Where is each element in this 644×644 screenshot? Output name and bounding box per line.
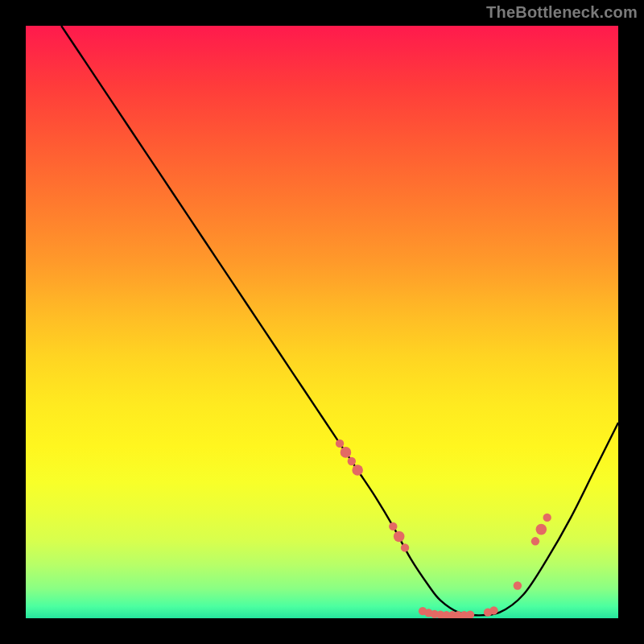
watermark-text: TheBottleneck.com: [486, 3, 638, 22]
chart-overlay-svg: [26, 26, 618, 618]
bottleneck-marker: [389, 522, 397, 530]
bottleneck-marker: [336, 440, 344, 448]
chart-frame: TheBottleneck.com: [0, 0, 644, 644]
bottleneck-marker: [401, 543, 409, 551]
bottleneck-marker: [531, 537, 539, 545]
bottleneck-marker: [466, 610, 474, 618]
bottleneck-marker: [543, 514, 551, 522]
bottleneck-marker: [536, 524, 547, 535]
bottleneck-marker: [348, 457, 356, 465]
bottleneck-curve: [61, 26, 618, 615]
bottleneck-marker: [489, 606, 497, 614]
bottleneck-marker: [352, 464, 363, 476]
bottleneck-markers-group: [336, 440, 551, 618]
chart-plot-area: [26, 26, 618, 618]
bottleneck-marker: [341, 447, 352, 458]
bottleneck-marker: [514, 581, 522, 589]
bottleneck-marker: [394, 531, 405, 543]
